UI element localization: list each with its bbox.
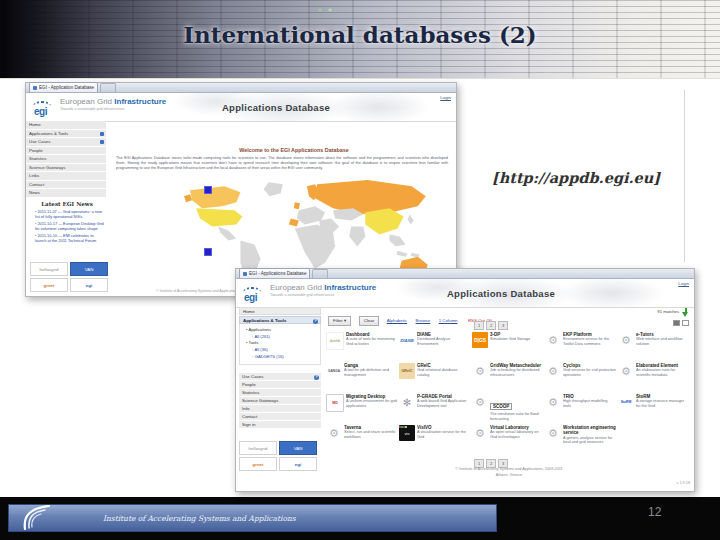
browser-screenshot-appdb-home: EGI - Application Database egi European … [25,82,457,297]
sidebar-item-statistics[interactable]: Statistics [26,155,106,164]
page-button[interactable]: 1 [474,321,484,330]
new-tab-button[interactable] [312,269,328,278]
app-item[interactable]: DIANEDIANEDistributed Analysis Environme… [399,331,472,362]
app-icon: vis [399,425,415,441]
alphabetic-link[interactable]: Alphabetic [387,318,408,323]
app-item[interactable]: ⚙Virtual LaboratoryAn open virtual labor… [472,424,545,455]
brand-name-light: European Grid [60,97,112,106]
tree-item-gadgets[interactable]: GADGETS (16) [246,354,318,361]
help-icon [100,132,104,136]
app-item[interactable]: ⚙CyclopsGrid services for civil protecti… [545,362,618,393]
page-button[interactable]: 3 [498,321,508,330]
sidebar-item-applications-tools[interactable]: Applications & Tools [26,130,106,139]
sidebar-item-home[interactable]: Home [239,307,321,315]
tree-item-tools[interactable]: Tools [246,340,318,347]
download-icon[interactable] [682,308,689,318]
help-icon[interactable]: ? [313,319,318,324]
chevron-down-icon: ▾ [344,318,346,323]
app-item[interactable]: ⚙e-TutorsWeb interface and workflow solu… [618,331,691,362]
sidebar-item-people[interactable]: People [26,147,106,156]
page-button[interactable]: 2 [486,321,496,330]
app-item[interactable]: StoRMStoRMA storage resource manager for… [618,393,691,424]
browser-tab-bar: EGI - Application Database [26,83,456,93]
sidebar-item-info[interactable]: Info [239,405,321,413]
sidebar-section-applications-tools[interactable]: Applications & Tools ? [239,316,321,324]
list-view-icon[interactable] [682,320,689,326]
app-item[interactable]: ✻P-GRADE PortalA web based Grid Applicat… [399,393,472,424]
app-icon: ⚙ [545,363,561,379]
news-heading: Latest EGI News [28,201,106,207]
app-description: The simulation suite for flood forecasti… [490,412,543,421]
app-icon: ⚙ [472,394,488,410]
hellasgrid-logo[interactable]: hellasgrid [30,262,68,276]
sidebar-item-statistics[interactable]: Statistics [239,389,321,397]
app-item[interactable]: GANGAGangaA tool for job definition and … [326,362,399,393]
app-item[interactable]: ⚙TRIOHigh throughput modelling tools [545,393,618,424]
map-marker-icon [204,186,212,194]
app-icon: D|GS [472,332,488,348]
sidebar-item-science-gateways[interactable]: Science Gateways [239,397,321,405]
sidebar-item-news[interactable]: News [26,189,106,198]
app-item[interactable]: ⚙Workstation engineering serviceA generi… [545,424,618,455]
sidebar-item-people[interactable]: People [239,381,321,389]
app-icon: GRelC [399,363,415,379]
help-icon[interactable]: ? [314,375,319,380]
app-item[interactable]: ⚙Elaborated ElementAn elaboration suite … [618,362,691,393]
grid-view-icon[interactable] [673,320,680,326]
main-content: Filter ▾ Clear Alphabetic Browse 1 Colum… [326,307,692,491]
sidebar-item-links[interactable]: Links [26,172,106,181]
brand-name-bold: Infrastructure [324,283,376,292]
tree-item-tools-all[interactable]: All (36) [246,347,318,354]
new-tab-button[interactable] [100,83,116,92]
browse-link[interactable]: Browse [416,318,431,323]
sidebar-item-use-cases[interactable]: Use Cases [26,138,106,147]
tree-item-applications-all[interactable]: All (261) [246,334,318,341]
egi-partner-logo[interactable]: egi [279,457,317,471]
app-item[interactable]: visVisIVOA visualisation service for the… [399,424,472,455]
app-description: High throughput modelling tools [563,399,616,408]
page-title: Applications Database [421,288,581,299]
app-item[interactable]: dashbDashboardA suite of tools for monit… [326,331,399,362]
browser-tab-bar: EGI - Applications Database [236,269,694,279]
clear-button[interactable]: Clear [359,316,380,326]
news-panel: Latest EGI News 2011-11-07 — Grid operat… [28,201,106,245]
news-item[interactable]: 2011-10-17 — European Desktop Grid for v… [35,221,104,231]
filter-dropdown[interactable]: Filter ▾ [328,316,351,326]
applications-grid: dashbDashboardA suite of tools for monit… [326,331,692,455]
browser-tab[interactable]: EGI - Application Database [29,82,98,92]
site-header: egi European Grid Infrastructure Towards… [26,93,456,122]
sidebar-item-sign-in[interactable]: Sign in [239,421,321,429]
one-column-link[interactable]: 1 Column [439,318,458,323]
app-item[interactable]: ⚙TavernaSelect, run and share scientific… [326,424,399,455]
news-item[interactable]: 2011-10-10 — EMI celebrates its launch a… [35,233,104,243]
partner-logos: hellasgrid VAN grnet egi [30,262,108,292]
app-icon: ⚙ [545,332,561,348]
egi-partner-logo[interactable]: egi [70,278,108,292]
sidebar-item-science-gateways[interactable]: Science Gateways [26,164,106,173]
van-logo[interactable]: VAN [279,441,317,455]
sidebar-item-contact[interactable]: Contact [239,413,321,421]
institute-name: Institute of Accelerating Systems and Ap… [103,514,296,523]
site-footer: © Institute of Accelerating Systems and … [326,467,692,478]
app-item-selected[interactable]: ⚙SCOOPThe simulation suite for flood for… [472,393,545,424]
matches-count: 91 matches [657,309,679,314]
app-item[interactable]: ⚙GridWay MetaschedulerJob scheduling for… [472,362,545,393]
sidebar-item-home[interactable]: Home [26,121,106,130]
login-link[interactable]: Login [678,281,689,286]
sidebar-item-use-cases[interactable]: Use Cases? [239,373,321,381]
app-item[interactable]: D|GS3-DPSimulation Grid Storage [472,331,545,362]
app-item[interactable]: MDMigrating DesktopA uniform environment… [326,393,399,424]
grnet-logo[interactable]: grnet [239,457,277,471]
sidebar-item-contact[interactable]: Contact [26,181,106,190]
hellasgrid-logo[interactable]: hellasgrid [239,441,277,455]
news-item[interactable]: 2011-11-07 — Grid operations: a new list… [35,209,104,219]
news-list: 2011-11-07 — Grid operations: a new list… [28,209,106,243]
app-item[interactable]: GRelCGRelCGrid relational database catal… [399,362,472,393]
app-item[interactable]: ⚙EKP PlatformEnvironment service for the… [545,331,618,362]
app-name: SCOOP [490,403,512,410]
browser-tab[interactable]: EGI - Applications Database [239,268,310,278]
login-link[interactable]: Login [440,95,451,100]
tree-item-applications[interactable]: Applications [246,327,318,334]
grnet-logo[interactable]: grnet [30,278,68,292]
van-logo[interactable]: VAN [70,262,108,276]
